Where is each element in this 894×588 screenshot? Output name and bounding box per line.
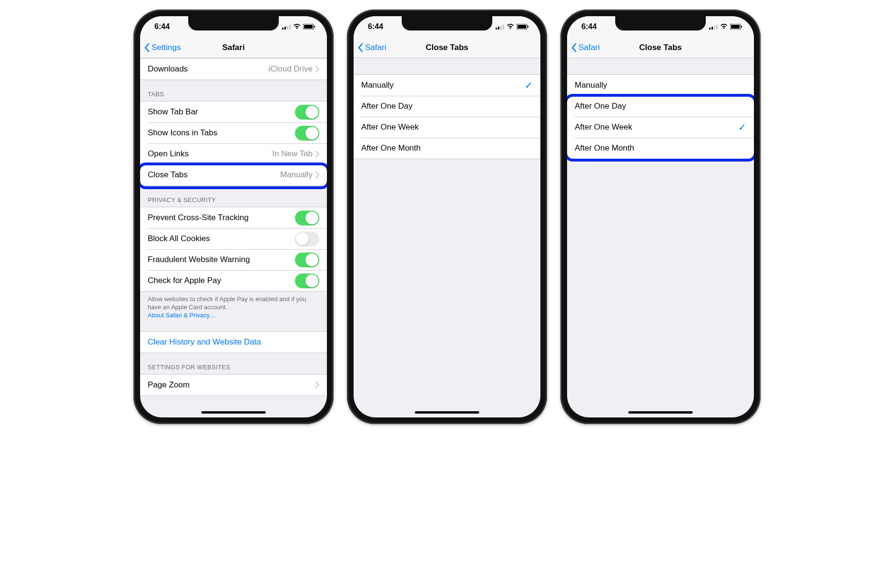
svg-rect-8 bbox=[498, 27, 499, 30]
option-label: Manually bbox=[575, 81, 746, 90]
svg-rect-17 bbox=[716, 25, 718, 30]
svg-rect-2 bbox=[287, 26, 288, 30]
footer-text: Allow websites to check if Apple Pay is … bbox=[148, 295, 306, 311]
option-manually[interactable]: Manually ✓ bbox=[354, 75, 540, 96]
chevron-right-icon bbox=[315, 382, 319, 388]
svg-rect-12 bbox=[518, 25, 526, 29]
row-detail: Manually bbox=[280, 170, 313, 180]
option-label: After One Day bbox=[575, 101, 746, 111]
home-indicator[interactable] bbox=[202, 411, 266, 414]
svg-rect-13 bbox=[528, 26, 528, 28]
row-detail: In New Tab bbox=[272, 149, 313, 159]
svg-rect-10 bbox=[503, 25, 504, 30]
back-label: Safari bbox=[579, 43, 599, 52]
chevron-right-icon bbox=[315, 172, 319, 178]
show-icons-row[interactable]: Show Icons in Tabs bbox=[140, 122, 327, 143]
row-detail: iCloud Drive bbox=[268, 64, 313, 74]
block-cookies-toggle[interactable] bbox=[295, 232, 319, 246]
option-one-day[interactable]: After One Day bbox=[354, 96, 540, 117]
clear-history-row[interactable]: Clear History and Website Data bbox=[140, 332, 327, 353]
clear-history-label: Clear History and Website Data bbox=[148, 337, 319, 347]
nav-bar: Safari Close Tabs bbox=[354, 37, 540, 58]
nav-bar: Safari Close Tabs bbox=[567, 37, 754, 58]
cellular-icon bbox=[709, 24, 718, 30]
option-label: After One Month bbox=[575, 143, 746, 153]
status-time: 6:44 bbox=[368, 22, 383, 31]
option-one-month[interactable]: After One Month bbox=[567, 138, 754, 159]
back-label: Safari bbox=[365, 43, 386, 52]
svg-rect-0 bbox=[282, 28, 284, 30]
open-links-row[interactable]: Open Links In New Tab bbox=[140, 143, 327, 164]
row-label: Fraudulent Website Warning bbox=[148, 255, 295, 264]
chevron-right-icon bbox=[315, 151, 319, 157]
downloads-row[interactable]: Downloads iCloud Drive bbox=[140, 59, 327, 80]
row-label: Open Links bbox=[148, 149, 272, 159]
wifi-icon bbox=[507, 24, 514, 30]
option-one-day[interactable]: After One Day bbox=[567, 96, 754, 117]
svg-rect-16 bbox=[714, 26, 715, 30]
apple-pay-toggle[interactable] bbox=[295, 274, 319, 288]
nav-bar: Settings Safari bbox=[140, 37, 327, 58]
svg-rect-15 bbox=[711, 27, 713, 30]
row-label: Downloads bbox=[148, 64, 268, 74]
row-label: Page Zoom bbox=[148, 380, 315, 390]
svg-rect-5 bbox=[304, 25, 313, 29]
row-label: Show Icons in Tabs bbox=[148, 128, 295, 138]
prevent-tracking-toggle[interactable] bbox=[295, 211, 319, 225]
home-indicator[interactable] bbox=[629, 411, 693, 414]
option-one-week[interactable]: After One Week bbox=[354, 117, 540, 138]
apple-pay-row[interactable]: Check for Apple Pay bbox=[140, 270, 327, 291]
back-button[interactable]: Safari bbox=[354, 43, 386, 52]
privacy-footer: Allow websites to check if Apple Pay is … bbox=[140, 292, 327, 324]
row-label: Block All Cookies bbox=[148, 234, 295, 243]
back-label: Settings bbox=[152, 43, 181, 52]
wifi-icon bbox=[293, 24, 301, 30]
page-zoom-row[interactable]: Page Zoom bbox=[140, 375, 327, 395]
option-one-month[interactable]: After One Month bbox=[354, 138, 540, 159]
status-time: 6:44 bbox=[154, 22, 170, 31]
row-label: Prevent Cross-Site Tracking bbox=[148, 213, 295, 223]
chevron-left-icon bbox=[571, 43, 577, 52]
status-time: 6:44 bbox=[581, 22, 597, 31]
status-icons bbox=[282, 24, 315, 30]
option-label: Manually bbox=[361, 81, 525, 90]
svg-rect-1 bbox=[284, 27, 286, 30]
battery-icon bbox=[730, 24, 742, 30]
show-tab-bar-row[interactable]: Show Tab Bar bbox=[140, 101, 327, 122]
option-manually[interactable]: Manually bbox=[567, 75, 754, 96]
back-button[interactable]: Safari bbox=[567, 43, 599, 52]
chevron-left-icon bbox=[144, 43, 150, 52]
websites-section-header: Settings for Websites bbox=[140, 353, 327, 374]
chevron-right-icon bbox=[315, 66, 319, 72]
svg-rect-3 bbox=[289, 25, 291, 30]
wifi-icon bbox=[720, 24, 728, 30]
svg-rect-14 bbox=[709, 28, 711, 30]
prevent-tracking-row[interactable]: Prevent Cross-Site Tracking bbox=[140, 207, 327, 228]
status-icons bbox=[709, 24, 742, 30]
about-privacy-link[interactable]: About Safari & Privacy… bbox=[148, 312, 216, 319]
option-one-week[interactable]: After One Week ✓ bbox=[567, 117, 754, 138]
battery-icon bbox=[303, 24, 315, 30]
home-indicator[interactable] bbox=[415, 411, 479, 414]
cellular-icon bbox=[282, 24, 291, 30]
chevron-left-icon bbox=[357, 43, 363, 52]
show-icons-toggle[interactable] bbox=[295, 126, 319, 141]
option-label: After One Month bbox=[361, 143, 533, 153]
row-label: Check for Apple Pay bbox=[148, 276, 295, 285]
block-cookies-row[interactable]: Block All Cookies bbox=[140, 228, 327, 249]
checkmark-icon: ✓ bbox=[738, 122, 746, 133]
svg-rect-9 bbox=[500, 26, 502, 30]
back-button[interactable]: Settings bbox=[140, 43, 181, 52]
row-label: Close Tabs bbox=[148, 170, 280, 180]
show-tab-bar-toggle[interactable] bbox=[295, 105, 319, 120]
svg-rect-19 bbox=[731, 25, 740, 29]
close-tabs-row[interactable]: Close Tabs Manually bbox=[140, 164, 327, 185]
svg-rect-20 bbox=[741, 26, 742, 28]
option-label: After One Week bbox=[361, 122, 533, 132]
tabs-section-header: Tabs bbox=[140, 80, 327, 101]
fraud-warning-row[interactable]: Fraudulent Website Warning bbox=[140, 249, 327, 270]
fraud-warning-toggle[interactable] bbox=[295, 253, 319, 267]
svg-rect-7 bbox=[496, 28, 497, 30]
option-label: After One Day bbox=[361, 101, 533, 111]
option-label: After One Week bbox=[575, 122, 738, 132]
